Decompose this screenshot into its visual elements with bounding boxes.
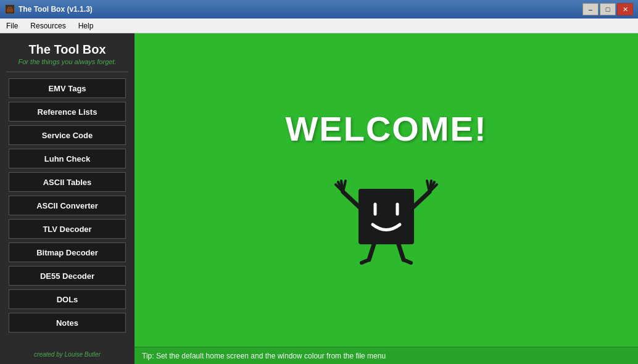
nav-tlv-decoder[interactable]: TLV Decoder bbox=[9, 219, 126, 239]
app-icon bbox=[5, 4, 15, 14]
sidebar-subtitle: For the things you always forget. bbox=[19, 58, 117, 65]
title-bar: The Tool Box (v1.1.3) – □ ✕ bbox=[0, 0, 638, 19]
tip-bar: Tip: Set the default home screen and the… bbox=[135, 347, 638, 364]
nav-service-code[interactable]: Service Code bbox=[9, 125, 126, 145]
svg-line-12 bbox=[427, 181, 429, 192]
content-area: WELCOME! bbox=[135, 33, 638, 364]
nav-reference-lists[interactable]: Reference Lists bbox=[9, 102, 126, 122]
nav-de55-decoder[interactable]: DE55 Decoder bbox=[9, 266, 126, 286]
svg-line-18 bbox=[399, 244, 404, 260]
svg-line-17 bbox=[362, 260, 369, 263]
nav-luhn-check[interactable]: Luhn Check bbox=[9, 149, 126, 168]
nav-emv-tags[interactable]: EMV Tags bbox=[9, 78, 126, 98]
menu-bar: File Resources Help bbox=[0, 19, 638, 33]
close-button[interactable]: ✕ bbox=[617, 3, 633, 15]
welcome-text: WELCOME! bbox=[285, 109, 487, 149]
menu-file[interactable]: File bbox=[0, 19, 24, 33]
svg-rect-2 bbox=[9, 7, 11, 9]
svg-line-19 bbox=[404, 260, 411, 263]
sidebar: The Tool Box For the things you always f… bbox=[0, 33, 135, 364]
title-bar-left: The Tool Box (v1.1.3) bbox=[5, 4, 93, 14]
minimize-button[interactable]: – bbox=[582, 3, 599, 15]
menu-resources[interactable]: Resources bbox=[24, 19, 72, 33]
mascot bbox=[325, 167, 448, 272]
svg-line-7 bbox=[343, 181, 346, 192]
nav-bitmap-decoder[interactable]: Bitmap Decoder bbox=[9, 242, 126, 262]
mascot-svg bbox=[325, 167, 448, 272]
svg-line-16 bbox=[369, 244, 374, 260]
nav-ascii-converter[interactable]: ASCII Converter bbox=[9, 196, 126, 215]
main-container: The Tool Box For the things you always f… bbox=[0, 33, 638, 364]
menu-help[interactable]: Help bbox=[72, 19, 100, 33]
welcome-area: WELCOME! bbox=[135, 33, 638, 347]
window-controls: – □ ✕ bbox=[582, 3, 633, 15]
sidebar-footer: created by Louise Butler bbox=[34, 345, 101, 358]
window-title: The Tool Box (v1.1.3) bbox=[19, 5, 93, 14]
svg-rect-13 bbox=[358, 189, 414, 244]
maximize-button[interactable]: □ bbox=[600, 3, 616, 15]
nav-dols[interactable]: DOLs bbox=[9, 289, 126, 309]
sidebar-divider bbox=[6, 72, 128, 72]
tip-text: Tip: Set the default home screen and the… bbox=[142, 352, 386, 360]
nav-ascii-tables[interactable]: ASCII Tables bbox=[9, 172, 126, 192]
sidebar-title: The Tool Box bbox=[28, 43, 106, 57]
nav-notes[interactable]: Notes bbox=[9, 313, 126, 333]
